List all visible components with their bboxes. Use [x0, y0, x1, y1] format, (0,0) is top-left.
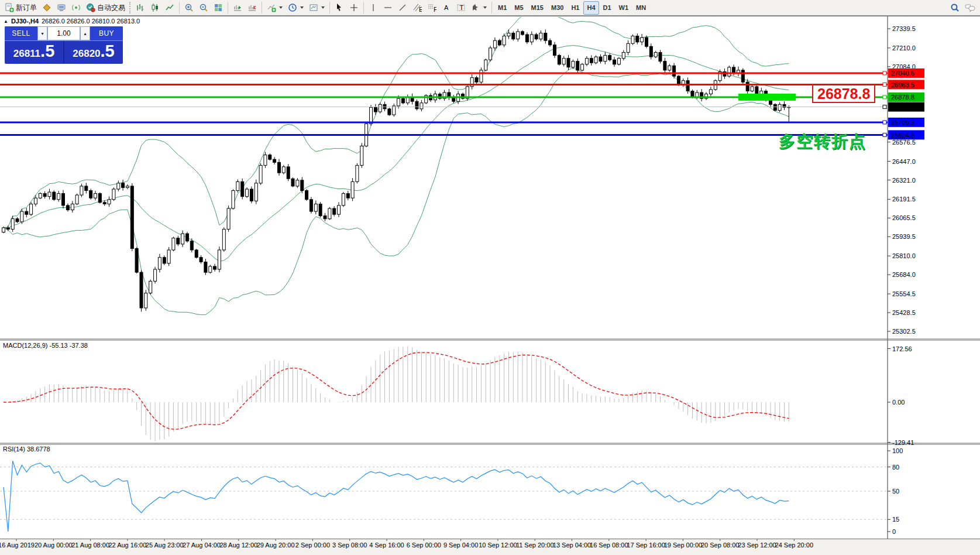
time-axis-label: 6 Sep 00:00	[407, 542, 441, 549]
timeframe-M1[interactable]: M1	[494, 1, 510, 15]
scale-price-flag-text: 26878.8	[891, 94, 914, 101]
terminal-button[interactable]	[54, 1, 68, 15]
arrows-dropdown[interactable]	[469, 1, 489, 15]
candle-body	[420, 103, 423, 109]
zoom-in-button[interactable]	[182, 1, 196, 15]
timeframe-H1[interactable]: H1	[568, 1, 583, 15]
rsi-scale-label: 80	[892, 464, 899, 471]
candle-body	[544, 33, 547, 41]
horizontal-line-tool[interactable]	[381, 1, 395, 15]
candle-body	[117, 183, 120, 189]
time-axis-label: 11 Sep 20:00	[516, 542, 554, 549]
bar-chart-icon	[136, 3, 145, 12]
time-axis-label: 20 Aug 00:00	[35, 542, 73, 549]
new-order-icon	[5, 3, 14, 12]
time-axis-label: 16 Sep 08:00	[590, 542, 628, 549]
candle-body	[379, 104, 381, 112]
signal-button[interactable]	[69, 1, 83, 15]
volume-input[interactable]	[47, 26, 80, 40]
sell-button[interactable]: SELL	[5, 26, 37, 40]
chart-shift-button[interactable]	[245, 1, 259, 15]
dropdown-arrow-icon	[300, 6, 304, 9]
time-axis-label: 20 Sep 08:00	[701, 542, 739, 549]
template-icon	[309, 3, 318, 12]
text-tool[interactable]: A	[439, 1, 453, 15]
timeframe-M15[interactable]: M15	[528, 1, 547, 15]
volume-decrease-button[interactable]: ▾	[37, 26, 47, 40]
candlestick-chart-button[interactable]	[148, 1, 162, 15]
channel-tool[interactable]: E	[410, 1, 424, 15]
time-axis-label: 21 Aug 08:00	[71, 542, 109, 549]
templates-dropdown[interactable]	[307, 1, 327, 15]
autotrade-button[interactable]: 自动交易	[84, 1, 128, 15]
candle-body	[617, 59, 620, 64]
candle-body	[393, 106, 396, 115]
time-axis-label: 9 Sep 04:00	[443, 542, 478, 549]
timeframe-H4[interactable]: H4	[583, 1, 599, 15]
candle-body	[773, 104, 776, 110]
indicators-dropdown[interactable]	[264, 1, 285, 15]
cn-annotation[interactable]: 多空转折点	[779, 131, 866, 153]
trendline-tool[interactable]	[396, 1, 410, 15]
candle-body	[305, 191, 308, 200]
buy-button[interactable]: BUY	[90, 26, 123, 40]
search-button[interactable]	[948, 1, 962, 15]
zoom-out-button[interactable]	[197, 1, 211, 15]
price-scale-label: 25302.5	[892, 328, 916, 335]
candle-body	[356, 165, 359, 181]
buy-price[interactable]: 26820 .5	[64, 41, 123, 63]
text-label-tool[interactable]: T	[454, 1, 468, 15]
time-axis-label: 24 Sep 20:00	[775, 542, 813, 549]
gold-symbol-button[interactable]	[40, 1, 54, 15]
terminal-icon	[57, 3, 66, 12]
candle-body	[728, 67, 731, 76]
candle-body	[484, 60, 487, 70]
buy-price-dec: .5	[101, 42, 115, 60]
candle-body	[25, 211, 28, 214]
sell-price[interactable]: 26811 .5	[5, 41, 63, 63]
candle-body	[360, 146, 363, 165]
time-axis-label: 28 Aug 12:00	[219, 542, 257, 549]
candle-body	[673, 66, 676, 76]
timeframe-W1[interactable]: W1	[615, 1, 632, 15]
new-order-label: 新订单	[16, 3, 37, 13]
candle-body	[126, 186, 129, 188]
candle-body	[525, 35, 528, 42]
price-scale-label: 25939.5	[892, 233, 916, 240]
timeframe-M30[interactable]: M30	[548, 1, 567, 15]
candle-body	[140, 272, 143, 308]
timeframe-MN[interactable]: MN	[632, 1, 649, 15]
candle-body	[691, 91, 694, 97]
bar-chart-button[interactable]	[133, 1, 147, 15]
new-order-button[interactable]: 新订单	[2, 1, 39, 15]
candle-body	[236, 181, 239, 190]
periods-dropdown[interactable]	[286, 1, 306, 15]
price-scale-label: 27210.0	[892, 44, 916, 52]
one-click-toggle-icon[interactable]: ▲	[4, 19, 8, 24]
highlight-rectangle[interactable]	[738, 94, 796, 101]
candle-body	[535, 35, 538, 39]
tile-windows-button[interactable]	[211, 1, 225, 15]
candle-body	[287, 167, 290, 179]
time-axis-label: 19 Sep 00:00	[664, 542, 702, 549]
scale-price-flag-text: 27040.6	[891, 70, 914, 77]
chat-button[interactable]	[962, 1, 978, 15]
line-chart-button[interactable]	[163, 1, 177, 15]
fibonacci-tool[interactable]: F	[425, 1, 439, 15]
timeframe-M5[interactable]: M5	[511, 1, 527, 15]
timeframe-D1[interactable]: D1	[600, 1, 615, 15]
crosshair-button[interactable]	[347, 1, 361, 15]
autoscroll-button[interactable]	[231, 1, 245, 15]
chart-window[interactable]: 27339.527210.027084.026576.526447.026321…	[0, 16, 980, 555]
candle-body	[246, 189, 249, 197]
vertical-line-tool[interactable]	[366, 1, 380, 15]
candle-body	[608, 56, 611, 60]
candle-body	[751, 87, 754, 91]
volume-increase-button[interactable]: ▴	[80, 26, 90, 40]
candle-body	[549, 40, 552, 45]
cursor-button[interactable]	[332, 1, 346, 15]
gold-tag-icon	[42, 3, 51, 12]
price-callout[interactable]: 26878.8	[812, 84, 875, 103]
time-axis-label: 27 Aug 04:00	[183, 542, 221, 549]
candle-body	[209, 266, 212, 272]
